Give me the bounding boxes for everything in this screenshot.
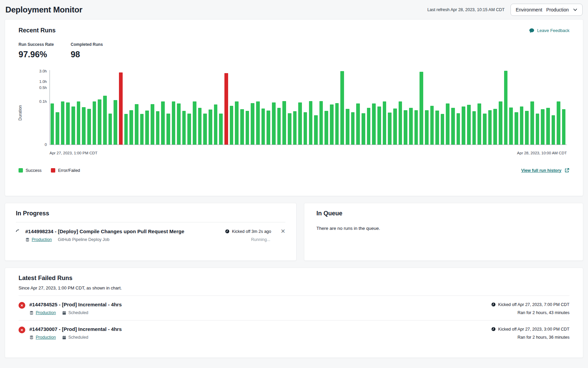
- chart-bar-success[interactable]: [446, 103, 450, 145]
- chart-bar-success[interactable]: [177, 103, 181, 145]
- chart-bar-success[interactable]: [98, 99, 101, 145]
- chart-bar-success[interactable]: [509, 108, 513, 145]
- view-full-run-history-link[interactable]: View full run history: [521, 168, 569, 173]
- chart-bar-success[interactable]: [324, 111, 328, 145]
- chart-bar-success[interactable]: [562, 109, 566, 145]
- chart-bar-success[interactable]: [536, 114, 539, 145]
- chart-bar-success[interactable]: [82, 107, 86, 145]
- leave-feedback-button[interactable]: Leave Feedback: [529, 28, 569, 33]
- chart-bar-success[interactable]: [430, 106, 434, 145]
- chart-bar-success[interactable]: [404, 110, 407, 145]
- chart-bar-success[interactable]: [87, 109, 91, 145]
- chart-bar-success[interactable]: [272, 102, 276, 145]
- chart-bar-success[interactable]: [541, 109, 545, 145]
- environment-dropdown[interactable]: Environment Production: [510, 4, 583, 16]
- chart-bar-success[interactable]: [552, 115, 555, 145]
- chart-bar-success[interactable]: [304, 112, 307, 145]
- chart-bar-success[interactable]: [251, 103, 254, 145]
- chart-bar-success[interactable]: [488, 110, 492, 145]
- chart-bar-success[interactable]: [172, 101, 176, 145]
- chart-bar-success[interactable]: [198, 108, 202, 145]
- chart-bar-success[interactable]: [277, 108, 281, 145]
- chart-bar-success[interactable]: [256, 101, 260, 145]
- chart-bar-success[interactable]: [499, 101, 502, 145]
- chart-bar-success[interactable]: [293, 111, 297, 145]
- chart-bar-success[interactable]: [114, 100, 117, 145]
- environment-link[interactable]: Production: [36, 310, 56, 315]
- chart-bar-failed[interactable]: [119, 72, 123, 145]
- chart-bar-success[interactable]: [145, 111, 149, 145]
- environment-link[interactable]: Production: [32, 237, 52, 242]
- chart-bar-success[interactable]: [383, 101, 386, 145]
- chart-bar-success[interactable]: [472, 111, 476, 145]
- chart-bar-success[interactable]: [504, 71, 508, 145]
- chart-bar-success[interactable]: [515, 112, 518, 145]
- chart-bar-success[interactable]: [182, 111, 186, 145]
- chart-bar-success[interactable]: [557, 101, 560, 145]
- chart-bar-success[interactable]: [372, 103, 376, 145]
- chart-bar-success[interactable]: [377, 106, 381, 145]
- chart-bar-success[interactable]: [193, 101, 196, 145]
- chart-bar-success[interactable]: [467, 105, 471, 145]
- chart-bar-success[interactable]: [425, 110, 429, 145]
- chart-bar-success[interactable]: [187, 114, 191, 145]
- chart-bar-success[interactable]: [409, 108, 413, 145]
- chart-bar-success[interactable]: [151, 104, 154, 145]
- chart-bar-success[interactable]: [61, 101, 65, 145]
- chart-bar-success[interactable]: [530, 101, 534, 145]
- chart-bar-success[interactable]: [335, 103, 339, 145]
- environment-link[interactable]: Production: [36, 335, 56, 340]
- chart-bar-success[interactable]: [493, 109, 497, 145]
- chart-bar-success[interactable]: [66, 102, 70, 145]
- chart-bar-success[interactable]: [166, 114, 170, 145]
- chart-bar-success[interactable]: [399, 101, 402, 145]
- chart-bar-success[interactable]: [319, 101, 323, 145]
- chart-bar-success[interactable]: [203, 114, 207, 145]
- chart-bar-success[interactable]: [298, 102, 302, 145]
- chart-bar-success[interactable]: [282, 101, 286, 145]
- chart-bar-failed[interactable]: [224, 73, 228, 145]
- chart-bar-success[interactable]: [161, 101, 165, 145]
- chart-bar-success[interactable]: [261, 109, 265, 145]
- chart-bar-success[interactable]: [267, 111, 270, 145]
- chart-bar-success[interactable]: [441, 114, 444, 145]
- chart-bar-success[interactable]: [462, 106, 465, 145]
- chart-bar-success[interactable]: [414, 110, 418, 145]
- chart-bar-success[interactable]: [457, 113, 460, 145]
- chart-bar-success[interactable]: [103, 96, 107, 145]
- chart-bar-success[interactable]: [451, 108, 455, 145]
- chart-bar-success[interactable]: [420, 72, 423, 145]
- chart-bar-success[interactable]: [56, 112, 59, 145]
- chart-bar-success[interactable]: [340, 71, 344, 145]
- chart-bar-success[interactable]: [135, 104, 138, 145]
- chart-bar-success[interactable]: [240, 109, 244, 145]
- chart-bar-success[interactable]: [109, 114, 112, 145]
- chart-bar-success[interactable]: [219, 114, 223, 145]
- chart-bar-success[interactable]: [351, 112, 355, 145]
- chart-bar-success[interactable]: [483, 114, 487, 145]
- chart-bar-success[interactable]: [93, 101, 96, 145]
- chart-bar-success[interactable]: [124, 114, 128, 145]
- close-icon[interactable]: ✕: [281, 228, 285, 234]
- chart-bar-success[interactable]: [388, 113, 392, 145]
- chart-bar-success[interactable]: [214, 104, 218, 145]
- chart-bar-success[interactable]: [230, 106, 234, 145]
- chart-bar-success[interactable]: [477, 103, 481, 145]
- chart-bar-success[interactable]: [393, 109, 397, 145]
- chart-bar-success[interactable]: [209, 110, 212, 145]
- chart-bar-success[interactable]: [435, 111, 439, 145]
- chart-bar-success[interactable]: [235, 101, 239, 145]
- chart-bar-success[interactable]: [346, 109, 349, 145]
- chart-bar-success[interactable]: [129, 110, 133, 145]
- chart-bar-success[interactable]: [362, 113, 365, 145]
- chart-bar-success[interactable]: [77, 101, 81, 145]
- chart-bar-success[interactable]: [525, 111, 529, 145]
- chart-bar-success[interactable]: [246, 111, 249, 145]
- chart-bar-success[interactable]: [330, 104, 334, 145]
- chart-bar-success[interactable]: [140, 114, 144, 145]
- chart-bar-success[interactable]: [356, 103, 360, 145]
- chart-bar-success[interactable]: [520, 106, 524, 145]
- chart-bar-success[interactable]: [314, 115, 318, 145]
- chart-bar-success[interactable]: [156, 111, 160, 145]
- chart-bar-success[interactable]: [51, 103, 54, 145]
